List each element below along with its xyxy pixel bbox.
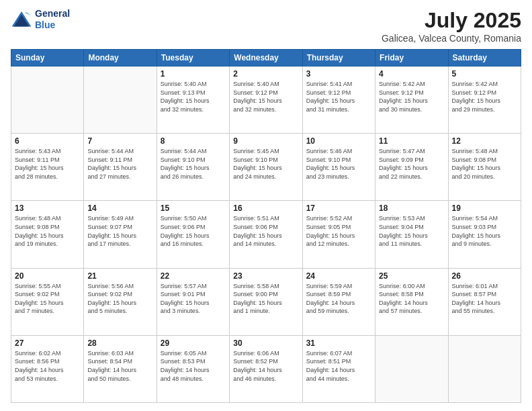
day-cell: 23Sunrise: 5:58 AM Sunset: 9:00 PM Dayli… [230, 268, 302, 335]
day-number: 25 [379, 271, 444, 281]
day-detail: Sunrise: 5:41 AM Sunset: 9:12 PM Dayligh… [306, 80, 371, 113]
day-detail: Sunrise: 5:53 AM Sunset: 9:04 PM Dayligh… [379, 214, 444, 248]
day-detail: Sunrise: 5:44 AM Sunset: 9:10 PM Dayligh… [161, 147, 226, 181]
day-cell: 5Sunrise: 5:42 AM Sunset: 9:12 PM Daylig… [448, 66, 521, 134]
day-cell: 10Sunrise: 5:46 AM Sunset: 9:10 PM Dayli… [302, 134, 375, 201]
day-number: 28 [87, 338, 152, 348]
day-cell: 27Sunrise: 6:02 AM Sunset: 8:56 PM Dayli… [11, 335, 84, 402]
day-number: 8 [161, 136, 226, 146]
day-detail: Sunrise: 6:03 AM Sunset: 8:54 PM Dayligh… [87, 349, 152, 383]
svg-marker-2 [25, 12, 32, 15]
day-number: 16 [233, 203, 298, 213]
day-cell: 12Sunrise: 5:48 AM Sunset: 9:08 PM Dayli… [448, 134, 521, 201]
day-detail: Sunrise: 5:49 AM Sunset: 9:07 PM Dayligh… [87, 214, 152, 248]
day-cell: 21Sunrise: 5:56 AM Sunset: 9:02 PM Dayli… [84, 268, 157, 335]
day-detail: Sunrise: 5:43 AM Sunset: 9:11 PM Dayligh… [15, 147, 80, 181]
day-cell: 24Sunrise: 5:59 AM Sunset: 8:59 PM Dayli… [302, 268, 375, 335]
day-number: 3 [306, 69, 371, 79]
day-number: 26 [452, 271, 517, 281]
day-cell: 31Sunrise: 6:07 AM Sunset: 8:51 PM Dayli… [302, 335, 375, 402]
day-number: 15 [161, 203, 226, 213]
day-cell: 4Sunrise: 5:42 AM Sunset: 9:12 PM Daylig… [375, 66, 448, 134]
day-cell: 3Sunrise: 5:41 AM Sunset: 9:12 PM Daylig… [302, 66, 375, 134]
week-row-4: 20Sunrise: 5:55 AM Sunset: 9:02 PM Dayli… [11, 268, 521, 335]
day-number: 21 [87, 271, 152, 281]
day-detail: Sunrise: 6:01 AM Sunset: 8:57 PM Dayligh… [452, 282, 517, 316]
day-number: 12 [452, 136, 517, 146]
day-cell: 26Sunrise: 6:01 AM Sunset: 8:57 PM Dayli… [448, 268, 521, 335]
day-number: 1 [161, 69, 226, 79]
day-cell: 2Sunrise: 5:40 AM Sunset: 9:12 PM Daylig… [230, 66, 302, 134]
day-number: 29 [161, 338, 226, 348]
logo-icon [11, 10, 32, 29]
day-number: 14 [87, 203, 152, 213]
day-detail: Sunrise: 5:52 AM Sunset: 9:05 PM Dayligh… [306, 214, 371, 248]
header: General Blue July 2025 Galicea, Valcea C… [11, 8, 521, 44]
day-number: 24 [306, 271, 371, 281]
page: General Blue July 2025 Galicea, Valcea C… [0, 0, 532, 411]
logo-blue: Blue [35, 19, 70, 31]
day-number: 6 [15, 136, 80, 146]
location: Galicea, Valcea County, Romania [382, 33, 521, 44]
day-number: 18 [379, 203, 444, 213]
day-number: 22 [161, 271, 226, 281]
day-cell: 22Sunrise: 5:57 AM Sunset: 9:01 PM Dayli… [157, 268, 229, 335]
day-detail: Sunrise: 5:42 AM Sunset: 9:12 PM Dayligh… [452, 80, 517, 113]
col-header-monday: Monday [84, 50, 157, 66]
day-detail: Sunrise: 5:42 AM Sunset: 9:12 PM Dayligh… [379, 80, 444, 113]
day-cell: 7Sunrise: 5:44 AM Sunset: 9:11 PM Daylig… [84, 134, 157, 201]
day-detail: Sunrise: 5:40 AM Sunset: 9:13 PM Dayligh… [161, 80, 226, 113]
day-detail: Sunrise: 5:54 AM Sunset: 9:03 PM Dayligh… [452, 214, 517, 248]
day-cell: 29Sunrise: 6:05 AM Sunset: 8:53 PM Dayli… [157, 335, 229, 402]
day-cell: 8Sunrise: 5:44 AM Sunset: 9:10 PM Daylig… [157, 134, 229, 201]
day-number: 5 [452, 69, 517, 79]
col-header-wednesday: Wednesday [230, 50, 302, 66]
day-cell [375, 335, 448, 402]
week-row-1: 1Sunrise: 5:40 AM Sunset: 9:13 PM Daylig… [11, 66, 521, 134]
day-cell [448, 335, 521, 402]
logo-text: General Blue [35, 8, 70, 31]
col-header-friday: Friday [375, 50, 448, 66]
day-detail: Sunrise: 5:55 AM Sunset: 9:02 PM Dayligh… [15, 282, 80, 316]
day-number: 11 [379, 136, 444, 146]
day-number: 9 [233, 136, 298, 146]
day-number: 31 [306, 338, 371, 348]
day-number: 20 [15, 271, 80, 281]
title-section: July 2025 Galicea, Valcea County, Romani… [382, 8, 521, 44]
col-header-saturday: Saturday [448, 50, 521, 66]
day-detail: Sunrise: 6:02 AM Sunset: 8:56 PM Dayligh… [15, 349, 80, 383]
day-cell: 25Sunrise: 6:00 AM Sunset: 8:58 PM Dayli… [375, 268, 448, 335]
day-cell: 9Sunrise: 5:45 AM Sunset: 9:10 PM Daylig… [230, 134, 302, 201]
day-detail: Sunrise: 5:46 AM Sunset: 9:10 PM Dayligh… [306, 147, 371, 181]
week-row-2: 6Sunrise: 5:43 AM Sunset: 9:11 PM Daylig… [11, 134, 521, 201]
day-cell: 6Sunrise: 5:43 AM Sunset: 9:11 PM Daylig… [11, 134, 84, 201]
day-number: 4 [379, 69, 444, 79]
day-cell: 1Sunrise: 5:40 AM Sunset: 9:13 PM Daylig… [157, 66, 229, 134]
day-number: 7 [87, 136, 152, 146]
day-detail: Sunrise: 5:47 AM Sunset: 9:09 PM Dayligh… [379, 147, 444, 181]
day-cell: 17Sunrise: 5:52 AM Sunset: 9:05 PM Dayli… [302, 201, 375, 268]
calendar-table: SundayMondayTuesdayWednesdayThursdayFrid… [11, 49, 521, 403]
day-detail: Sunrise: 6:07 AM Sunset: 8:51 PM Dayligh… [306, 349, 371, 383]
day-detail: Sunrise: 6:06 AM Sunset: 8:52 PM Dayligh… [233, 349, 298, 383]
day-detail: Sunrise: 5:48 AM Sunset: 9:08 PM Dayligh… [452, 147, 517, 181]
col-header-thursday: Thursday [302, 50, 375, 66]
day-number: 10 [306, 136, 371, 146]
day-cell: 18Sunrise: 5:53 AM Sunset: 9:04 PM Dayli… [375, 201, 448, 268]
logo: General Blue [11, 8, 70, 31]
day-number: 30 [233, 338, 298, 348]
day-detail: Sunrise: 5:56 AM Sunset: 9:02 PM Dayligh… [87, 282, 152, 316]
day-detail: Sunrise: 5:45 AM Sunset: 9:10 PM Dayligh… [233, 147, 298, 181]
day-detail: Sunrise: 6:00 AM Sunset: 8:58 PM Dayligh… [379, 282, 444, 316]
day-number: 19 [452, 203, 517, 213]
header-row: SundayMondayTuesdayWednesdayThursdayFrid… [11, 50, 521, 66]
day-cell: 20Sunrise: 5:55 AM Sunset: 9:02 PM Dayli… [11, 268, 84, 335]
day-cell: 28Sunrise: 6:03 AM Sunset: 8:54 PM Dayli… [84, 335, 157, 402]
day-cell: 13Sunrise: 5:48 AM Sunset: 9:08 PM Dayli… [11, 201, 84, 268]
day-cell: 19Sunrise: 5:54 AM Sunset: 9:03 PM Dayli… [448, 201, 521, 268]
col-header-tuesday: Tuesday [157, 50, 229, 66]
day-number: 13 [15, 203, 80, 213]
day-cell: 16Sunrise: 5:51 AM Sunset: 9:06 PM Dayli… [230, 201, 302, 268]
day-detail: Sunrise: 6:05 AM Sunset: 8:53 PM Dayligh… [161, 349, 226, 383]
day-detail: Sunrise: 5:58 AM Sunset: 9:00 PM Dayligh… [233, 282, 298, 316]
